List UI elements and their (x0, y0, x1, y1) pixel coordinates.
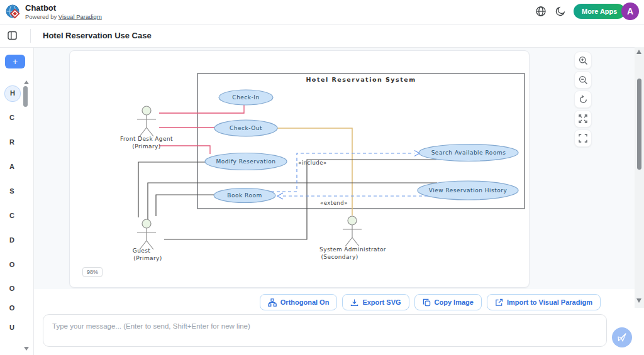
chatbot-app: Chatbot Powered by Visual Paradigm More … (0, 0, 644, 355)
orthogonal-toggle-button[interactable]: Orthogonal On (260, 294, 338, 310)
zoom-out-button[interactable] (574, 71, 592, 89)
send-button[interactable] (612, 327, 632, 347)
actor-guest (137, 219, 156, 249)
reset-rotate-icon (579, 95, 588, 104)
sidebar: + H C R A S C D O O O U (0, 47, 34, 355)
sidebar-item-7[interactable]: O (4, 257, 19, 272)
scroll-up-arrow[interactable] (636, 50, 641, 54)
sidebar-item-5[interactable]: C (4, 208, 19, 223)
actor-name: Guest (133, 248, 151, 254)
action-label: Export SVG (362, 298, 401, 306)
actor-role: (Secondary) (321, 254, 358, 260)
import-to-visual-paradigm-button[interactable]: Import to Visual Paradigm (487, 294, 601, 310)
sidebar-item-8[interactable]: O (4, 281, 19, 296)
reset-view-button[interactable] (574, 90, 592, 108)
sidebar-item-1[interactable]: C (4, 110, 19, 125)
actor-body (137, 115, 156, 136)
include-stereotype-label: «include» (298, 160, 327, 166)
actor-name: System Administrator (319, 246, 386, 253)
action-label: Orthogonal On (280, 298, 330, 306)
chat-message-area: Hotel Reservation System (34, 47, 635, 289)
actor-system-administrator (343, 216, 362, 246)
visual-paradigm-link[interactable]: Visual Paradigm (58, 13, 102, 20)
powered-by-text: Powered by (25, 13, 58, 20)
sidebar-scroll-down-arrow[interactable] (24, 347, 29, 351)
sidebar-item-3[interactable]: A (4, 159, 19, 174)
sidebar-scroll-up-arrow[interactable] (24, 80, 29, 84)
message-input[interactable] (43, 314, 607, 347)
sidebar-item-10[interactable]: U (4, 320, 19, 335)
action-label: Import to Visual Paradigm (507, 298, 592, 306)
message-composer (43, 314, 607, 347)
actor-role: (Primary) (132, 143, 160, 150)
actor-head (348, 216, 357, 225)
sub-header: Hotel Reservation Use Case (0, 24, 644, 48)
actor-name: Front Desk Agent (120, 136, 173, 142)
sidebar-item-9[interactable]: O (4, 300, 19, 315)
new-chat-button[interactable]: + (5, 55, 25, 68)
actor-front-desk-agent (137, 106, 156, 136)
use-case-label: View Reservation History (429, 187, 508, 194)
fullscreen-brackets-icon (579, 134, 587, 143)
sidebar-toggle-icon[interactable] (8, 31, 17, 40)
use-case-label: Book Room (227, 192, 262, 199)
dark-mode-moon-icon[interactable] (555, 6, 566, 17)
actor-body (343, 225, 362, 246)
send-paper-plane-icon (617, 332, 627, 342)
actor-head (142, 219, 151, 228)
visual-paradigm-logo-icon[interactable] (5, 4, 21, 20)
actor-role: (Primary) (133, 255, 162, 261)
copy-icon (423, 298, 431, 307)
sidebar-item-0[interactable]: H (4, 85, 21, 102)
sidebar-item-4[interactable]: S (4, 183, 19, 199)
zoom-in-icon (579, 56, 588, 65)
extend-stereotype-label: «extend» (320, 200, 348, 206)
powered-by: Powered by Visual Paradigm (25, 13, 102, 20)
user-avatar[interactable]: A (621, 3, 639, 20)
orthogonal-icon (268, 298, 277, 307)
main-scrollbar (635, 47, 644, 308)
more-apps-button[interactable]: More Apps (574, 4, 625, 19)
conversation-title: Hotel Reservation Use Case (43, 31, 152, 40)
language-globe-icon[interactable] (535, 6, 547, 17)
expand-arrows-icon (579, 114, 587, 123)
diagram-actions-row: Orthogonal On Export SVG Copy Image (260, 294, 601, 310)
sidebar-item-2[interactable]: R (4, 134, 19, 150)
top-header: Chatbot Powered by Visual Paradigm More … (0, 0, 644, 25)
external-link-icon (495, 298, 503, 307)
export-svg-button[interactable]: Export SVG (342, 294, 409, 310)
use-case-label: Search Available Rooms (431, 150, 506, 156)
app-title: Chatbot (25, 3, 56, 13)
use-case-diagram-canvas[interactable]: Hotel Reservation System (70, 51, 529, 287)
system-boundary-title: Hotel Reservation System (306, 76, 416, 83)
actor-body (137, 228, 156, 249)
actor-head (142, 106, 151, 115)
sidebar-scrollbar-thumb[interactable] (23, 86, 28, 107)
use-case-label: Check-Out (230, 125, 262, 131)
sidebar-item-6[interactable]: D (4, 232, 19, 248)
action-label: Copy Image (435, 298, 474, 306)
header-divider (30, 29, 31, 43)
use-case-label: Check-In (232, 94, 259, 101)
diagram-message-card: Hotel Reservation System (69, 50, 530, 288)
copy-image-button[interactable]: Copy Image (414, 294, 482, 310)
fullscreen-button[interactable] (574, 129, 592, 147)
assoc-guest-modify (138, 162, 206, 217)
footer-area: Orthogonal On Export SVG Copy Image (34, 289, 644, 355)
diagram-zoom-level-badge: 98% (82, 267, 103, 277)
zoom-out-icon (579, 75, 588, 85)
zoom-in-button[interactable] (574, 52, 592, 69)
fit-to-screen-button[interactable] (574, 110, 592, 128)
scrollbar-thumb[interactable] (637, 79, 641, 170)
scroll-down-arrow[interactable] (636, 298, 641, 303)
download-icon (350, 298, 358, 307)
use-case-label: Modify Reservation (216, 158, 275, 165)
